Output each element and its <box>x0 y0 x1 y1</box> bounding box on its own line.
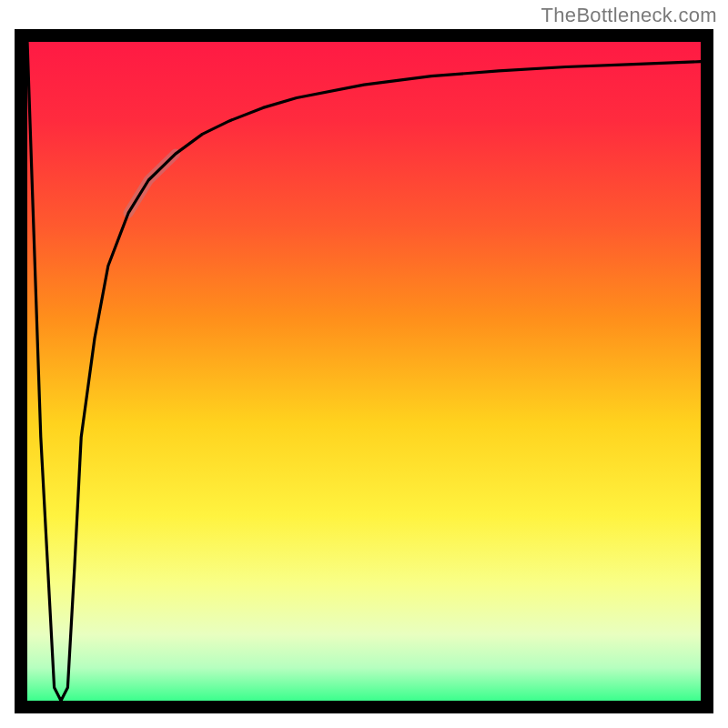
bottleneck-curve <box>27 42 701 701</box>
watermark-text: TheBottleneck.com <box>541 4 717 27</box>
chart-container: TheBottleneck.com <box>0 0 728 728</box>
plot-frame <box>15 29 713 713</box>
curve-svg <box>27 42 701 701</box>
